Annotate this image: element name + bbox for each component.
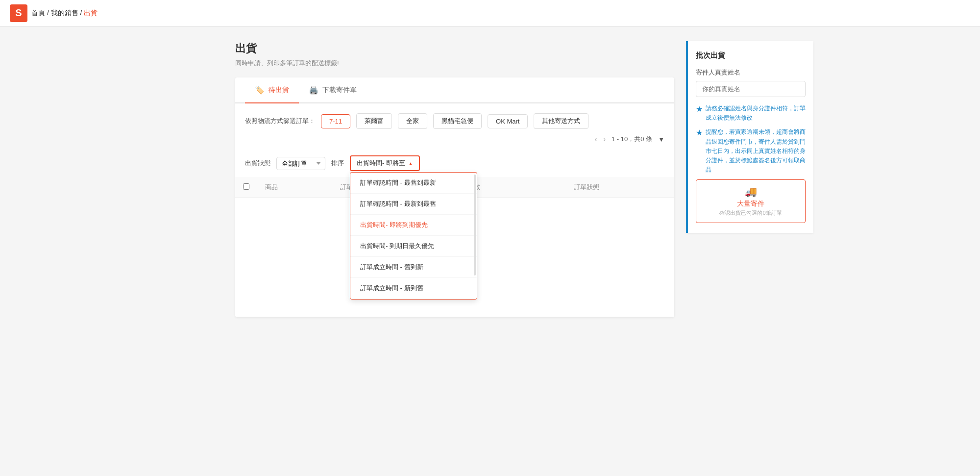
col-status: 訂單狀態: [566, 177, 674, 198]
col-checkbox: [235, 177, 257, 198]
pagination-row: ‹ › 1 - 10，共0 條 ▼: [235, 129, 674, 150]
filter-okmart[interactable]: OK Mart: [488, 114, 528, 128]
table-controls: 出貨狀態 全部訂單 待出貨 已出貨 排序 出貨時間- 即將至 ▲ 訂單確認時間 …: [235, 150, 674, 177]
top-nav: S 首頁 / 我的銷售 / 出貨: [0, 0, 980, 26]
note-2: ★ 提醒您，若買家逾期未領，超商會將商品退回您寄件門市，寄件人需於貨到門市七日內…: [696, 127, 806, 175]
tab-pending[interactable]: 🏷️ 待出貨: [245, 77, 299, 103]
sort-option-create-desc[interactable]: 訂單成立時間 - 新到舊: [350, 278, 477, 299]
tab-pending-label: 待出貨: [269, 86, 289, 95]
sort-current-label: 出貨時間- 即將至: [357, 159, 405, 168]
tabs-bar: 🏷️ 待出貨 🖨️ 下載寄件單: [235, 77, 674, 103]
filter-7-11[interactable]: 7-11: [321, 114, 350, 128]
sort-trigger: 出貨時間- 即將至 ▲ 訂單確認時間 - 最舊到最新 訂單確認時間 - 最新到最…: [350, 155, 420, 171]
pagination-dropdown-icon[interactable]: ▼: [658, 136, 664, 143]
sender-name-input[interactable]: [696, 81, 806, 97]
download-icon: 🖨️: [309, 85, 318, 95]
dropdown-scrollbar: [474, 175, 476, 276]
pagination-info: 1 - 10，共0 條: [612, 135, 652, 144]
col-product: 商品: [257, 177, 332, 198]
pending-icon: 🏷️: [255, 85, 265, 95]
sort-option-create-asc[interactable]: 訂單成立時間 - 舊到新: [350, 257, 477, 278]
note-2-text: 提醒您，若買家逾期未領，超商會將商品退回您寄件門市，寄件人需於貨到門市七日內，出…: [706, 127, 806, 175]
sort-option-confirm-asc[interactable]: 訂單確認時間 - 最舊到最新: [350, 173, 477, 194]
sort-option-confirm-desc[interactable]: 訂單確認時間 - 最新到最舊: [350, 194, 477, 215]
shopee-logo: S: [10, 4, 27, 22]
filter-family[interactable]: 全家: [398, 113, 427, 129]
breadcrumb: 首頁 / 我的銷售 / 出貨: [31, 9, 98, 18]
breadcrumb-sales[interactable]: 我的銷售: [51, 9, 78, 17]
page-title: 出貨: [235, 41, 674, 56]
prev-page-arrow[interactable]: ‹: [594, 135, 597, 144]
select-all-checkbox[interactable]: [243, 183, 249, 190]
main-card: 🏷️ 待出貨 🖨️ 下載寄件單 依照物流方式篩選訂單： 7-11 萊爾富 全家 …: [235, 77, 674, 317]
note-1: ★ 請務必確認姓名與身分證件相符，訂單成立後便無法修改: [696, 104, 806, 123]
star-icon-1: ★: [696, 103, 703, 123]
filter-blackcat[interactable]: 黑貓宅急便: [433, 113, 482, 129]
sort-label: 排序: [331, 159, 344, 168]
tab-download-label: 下載寄件單: [322, 86, 357, 95]
sidebar-card: 批次出貨 寄件人真實姓名 ★ 請務必確認姓名與身分證件相符，訂單成立後便無法修改…: [686, 41, 813, 233]
sort-button[interactable]: 出貨時間- 即將至 ▲: [350, 155, 420, 171]
bulk-ship-button[interactable]: 🚚 大量寄件 確認出貨已勾選的0筆訂單: [696, 179, 806, 223]
breadcrumb-sep1: /: [47, 9, 51, 17]
sender-section-title: 寄件人真實姓名: [696, 68, 806, 77]
sidebar-title: 批次出貨: [696, 51, 806, 60]
bulk-ship-subtitle: 確認出貨已勾選的0筆訂單: [719, 209, 782, 217]
truck-icon: 🚚: [745, 186, 757, 198]
filter-label: 依照物流方式篩選訂單：: [245, 117, 315, 125]
note-1-text: 請務必確認姓名與身分證件相符，訂單成立後便無法修改: [706, 104, 806, 123]
sort-arrow-icon: ▲: [408, 161, 413, 166]
star-icon-2: ★: [696, 126, 703, 175]
sort-dropdown: 訂單確認時間 - 最舊到最新 訂單確認時間 - 最新到最舊 出貨時間- 即將到期…: [350, 172, 477, 300]
filter-rkmart[interactable]: 萊爾富: [356, 113, 392, 129]
breadcrumb-current: 出貨: [84, 9, 98, 17]
status-select[interactable]: 全部訂單 待出貨 已出貨: [276, 157, 325, 170]
sort-option-ship-desc[interactable]: 出貨時間- 到期日最久優先: [350, 236, 477, 257]
main-content: 出貨 同時申請、列印多筆訂單的配送標籤! 🏷️ 待出貨 🖨️ 下載寄件單 依照物…: [235, 41, 674, 317]
bulk-ship-title: 大量寄件: [737, 200, 764, 208]
tab-download[interactable]: 🖨️ 下載寄件單: [299, 77, 367, 103]
sidebar: 批次出貨 寄件人真實姓名 ★ 請務必確認姓名與身分證件相符，訂單成立後便無法修改…: [686, 41, 813, 317]
page-subtitle: 同時申請、列印多筆訂單的配送標籤!: [235, 59, 674, 68]
status-label: 出貨狀態: [245, 159, 270, 168]
breadcrumb-home[interactable]: 首頁: [31, 9, 45, 17]
next-page-arrow[interactable]: ›: [603, 135, 606, 144]
sort-option-ship-asc[interactable]: 出貨時間- 即將到期優先: [350, 215, 477, 236]
filter-bar: 依照物流方式篩選訂單： 7-11 萊爾富 全家 黑貓宅急便 OK Mart 其他…: [235, 103, 674, 129]
filter-others[interactable]: 其他寄送方式: [534, 113, 588, 129]
